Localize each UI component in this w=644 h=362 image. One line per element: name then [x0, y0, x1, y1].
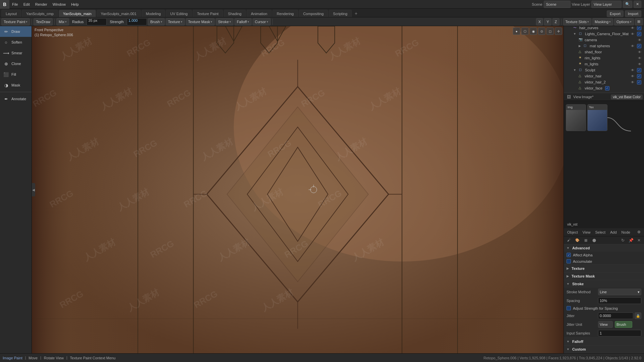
falloff-header[interactable]: ▼ Falloff — [564, 338, 644, 345]
rim-lights-eye[interactable]: 👁 — [638, 56, 641, 60]
item-camera[interactable]: 📷 camera 👁 — [567, 37, 641, 43]
item-mat-spheres[interactable]: ▶ ◻ mat spheres 👁 — [567, 43, 641, 49]
tool-annotate[interactable]: ✒ Annotate — [0, 94, 32, 104]
view-layer-input[interactable]: View Layer — [591, 1, 622, 8]
ws-tab-layout[interactable]: Layout — [1, 10, 21, 17]
search-btn[interactable]: 🔍 — [623, 1, 632, 8]
node-canvas[interactable]: Img Tex vik_vst — [564, 101, 644, 228]
menu-help[interactable]: Help — [68, 0, 82, 9]
viktor-hair-eye[interactable]: 👁 — [631, 74, 634, 78]
ws-tab-modeling[interactable]: Modeling — [142, 10, 165, 17]
scene-input[interactable]: Scene — [544, 1, 571, 8]
tool-smear[interactable]: ⟿ Smear — [0, 48, 32, 58]
left-collapse-btn[interactable]: ◀ — [32, 183, 35, 196]
node-settings-btn[interactable]: ⚙ — [635, 229, 643, 236]
advanced-header[interactable]: ▼ Advanced — [564, 244, 644, 252]
node-card-2[interactable]: Tex — [587, 104, 607, 131]
menu-window[interactable]: Window — [50, 0, 68, 9]
import-btn[interactable]: Import — [625, 10, 641, 17]
tool-mask[interactable]: ◑ Mask — [0, 80, 32, 90]
viktor-face-check[interactable] — [605, 86, 609, 90]
ws-tab-compositing[interactable]: Compositing — [299, 10, 328, 17]
item-sculpt-collection[interactable]: ▼ ◻ Sculpt 👁 — [567, 67, 641, 73]
menu-render[interactable]: Render — [33, 0, 50, 9]
node-object-btn[interactable]: Object — [565, 229, 580, 236]
ws-tab-scripting[interactable]: Scripting — [329, 10, 352, 17]
tool-clone[interactable]: ⊕ Clone — [0, 58, 32, 69]
sculpt-check[interactable] — [637, 68, 641, 72]
add-workspace-btn[interactable]: + — [353, 10, 360, 17]
shad-floor-eye[interactable]: 👁 — [638, 50, 641, 54]
tool-texdraw[interactable]: TexDraw — [34, 18, 53, 25]
scene-prop-icon[interactable]: ⬤ — [590, 237, 598, 244]
ws-tab-yanmain[interactable]: YanSculpts_main — [59, 10, 96, 17]
lights-coll-check[interactable] — [637, 32, 641, 36]
node-view-btn[interactable]: View — [581, 229, 593, 236]
item-viktor-hair-2[interactable]: △ viktor_hair_2 👁 — [567, 79, 641, 85]
img-view-btn[interactable]: 🖼 — [565, 93, 573, 101]
export-btn[interactable]: Export — [607, 10, 624, 17]
props-close-icon[interactable]: ✕ — [635, 237, 643, 244]
vp-solid-btn[interactable]: ◉ — [530, 27, 537, 35]
menu-edit[interactable]: Edit — [21, 0, 33, 9]
camera-eye[interactable]: 👁 — [638, 38, 641, 42]
jitter-unit-view[interactable]: View — [598, 321, 613, 328]
props-refresh-icon[interactable]: ↻ — [619, 237, 627, 244]
cursor-btn[interactable]: Cursor — [253, 18, 271, 25]
item-viktor-hair[interactable]: △ viktor_hair 👁 — [567, 73, 641, 79]
stroke-method-dropdown[interactable]: Line ▾ — [598, 289, 641, 295]
color-prop-icon[interactable]: 🎨 — [574, 237, 581, 244]
texture-slots-btn[interactable]: Texture Slots — [563, 18, 592, 25]
spacing-value[interactable]: 10% — [598, 297, 641, 304]
ws-tab-shading[interactable]: Shading — [224, 10, 246, 17]
texture-mask-header[interactable]: ▶ Texture Mask — [564, 273, 644, 280]
item-shad-floor[interactable]: △ shad_floor 👁 — [567, 49, 641, 55]
brush-btn[interactable]: Brush — [148, 18, 165, 25]
tool-soften[interactable]: ○ Soften — [0, 37, 32, 48]
close-btn[interactable]: ✕ — [634, 1, 641, 8]
jitter-lock-btn[interactable]: 🔒 — [635, 312, 641, 319]
move-status[interactable]: Move — [29, 356, 38, 360]
input-samples-value[interactable]: 1 — [598, 330, 641, 337]
vp-hide-btn[interactable]: ◻ — [546, 27, 554, 35]
item-m-lights[interactable]: ☀ m_lights 👁 — [567, 61, 641, 67]
ws-tab-uv[interactable]: UV Editing — [166, 10, 192, 17]
node-node-btn[interactable]: Node — [620, 229, 632, 236]
ws-tab-yancmp[interactable]: YanSculpts_cmp — [22, 10, 58, 17]
vp-material-btn[interactable]: ● — [513, 27, 520, 35]
tool-fill[interactable]: ⬛ Fill — [0, 69, 32, 80]
y-btn[interactable]: Y — [544, 18, 551, 25]
texture-mask-btn[interactable]: Texture Mask — [186, 18, 215, 25]
stroke-header[interactable]: ▼ Stroke — [564, 280, 644, 288]
viewport-overlay-btn[interactable]: ⊞ — [635, 18, 643, 25]
main-viewport[interactable]: 人人素材 RRCG 人人素材 RRCG 人人素材 RRCG RRCG 人人素材 … — [32, 26, 564, 353]
item-lights-collection[interactable]: ▼ ◻ Lights_Camera_Floor_Mat 👁 — [567, 31, 641, 37]
tool-draw[interactable]: ✏ Draw — [0, 26, 32, 37]
masking-btn[interactable]: Masking — [592, 18, 613, 25]
mode-selector[interactable]: Texture Paint — [1, 18, 30, 25]
xyz-btn[interactable]: X — [536, 18, 543, 25]
ws-tab-animation[interactable]: Animation — [247, 10, 272, 17]
node-card-1[interactable]: Img — [566, 104, 586, 131]
ws-tab-yanmain001[interactable]: YanSculpts_main.001 — [97, 10, 141, 17]
texture-btn[interactable]: Texture — [166, 18, 185, 25]
accumulate-checkbox[interactable] — [567, 259, 571, 263]
affect-alpha-checkbox[interactable] — [567, 253, 571, 257]
rotate-status[interactable]: Rotate View — [44, 356, 64, 360]
item-viktor-face[interactable]: △ viktor_face — [567, 85, 641, 91]
base-color-label[interactable]: vik_vst Base Color — [611, 95, 643, 100]
jitter-unit-brush[interactable]: Brush — [615, 321, 632, 328]
blend-mode[interactable]: Mix — [56, 18, 69, 25]
brush-prop-icon[interactable]: 🖌 — [565, 237, 573, 244]
strength-value[interactable]: 1.000 — [127, 18, 147, 25]
ws-tab-texture[interactable]: Texture Paint — [193, 10, 223, 17]
viktor-hair-check[interactable] — [637, 74, 641, 78]
texture-prop-icon[interactable]: ▦ — [582, 237, 589, 244]
viktor-hair-2-check[interactable] — [637, 80, 641, 84]
context-menu-status[interactable]: Texture Paint Context Menu — [70, 356, 116, 360]
options-btn[interactable]: Options — [614, 18, 634, 25]
node-select-btn[interactable]: Select — [593, 229, 607, 236]
stroke-btn[interactable]: Stroke — [216, 18, 233, 25]
adjust-strength-checkbox[interactable] — [567, 306, 571, 310]
ws-tab-rendering[interactable]: Rendering — [272, 10, 298, 17]
